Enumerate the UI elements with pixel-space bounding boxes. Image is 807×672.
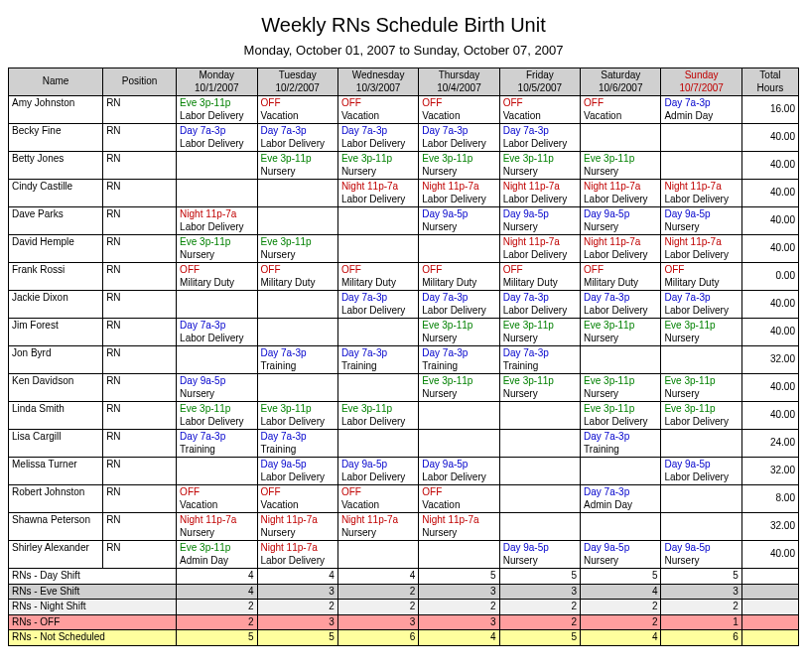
shift-area: Labor Delivery — [664, 471, 738, 484]
shift-time: Day 9a-5p — [503, 208, 577, 221]
shift-time: Eve 3p-11p — [584, 320, 657, 333]
cell-shift: OFFVacation — [257, 485, 337, 513]
cell-shift: Eve 3p-11pNursery — [257, 235, 337, 263]
cell-position: RN — [103, 235, 177, 263]
cell-shift — [337, 319, 418, 346]
shift-area: Nursery — [180, 388, 253, 401]
cell-shift: Day 7a-3pAdmin Day — [661, 96, 741, 124]
shift-time: OFF — [180, 486, 253, 499]
cell-total: 40.00 — [741, 124, 798, 152]
table-row: Dave ParksRNNight 11p-7aLabor DeliveryDa… — [9, 207, 799, 235]
cell-name: Linda Smith — [9, 402, 103, 430]
cell-name: Frank Rossi — [9, 263, 103, 291]
cell-name: Cindy Castille — [9, 180, 103, 207]
summary-row: RNs - Day Shift4445555 — [9, 569, 799, 585]
summary-value: 6 — [337, 630, 418, 646]
col-total: Total Hours — [741, 68, 798, 96]
summary-value: 4 — [257, 569, 337, 585]
cell-position: RN — [103, 96, 177, 124]
cell-position: RN — [103, 541, 177, 569]
shift-time: Night 11p-7a — [180, 208, 253, 221]
cell-shift: Day 9a-5pLabor Delivery — [337, 458, 418, 485]
cell-shift: Night 11p-7aLabor Delivery — [661, 180, 741, 207]
cell-shift: Night 11p-7aNursery — [337, 513, 418, 541]
col-position: Position — [103, 68, 177, 96]
shift-area: Labor Delivery — [584, 249, 657, 262]
shift-time: Eve 3p-11p — [180, 403, 253, 416]
col-fri: Friday10/5/2007 — [499, 68, 580, 96]
cell-position: RN — [103, 513, 177, 541]
shift-area: Military Duty — [503, 277, 577, 290]
table-row: Melissa TurnerRNDay 9a-5pLabor DeliveryD… — [9, 458, 799, 485]
shift-area: Military Duty — [664, 277, 738, 290]
table-row: Linda SmithRNEve 3p-11pLabor DeliveryEve… — [9, 402, 799, 430]
shift-area: Training — [261, 444, 335, 457]
shift-area: Vacation — [341, 499, 415, 512]
shift-area: Vacation — [422, 499, 495, 512]
summary-value: 4 — [177, 569, 257, 585]
shift-time: Eve 3p-11p — [180, 97, 253, 110]
table-row: Jim ForestRNDay 7a-3pLabor DeliveryEve 3… — [9, 319, 799, 346]
cell-total: 40.00 — [741, 207, 798, 235]
summary-value: 2 — [177, 600, 257, 615]
shift-area: Training — [261, 360, 335, 373]
shift-time: Eve 3p-11p — [664, 320, 738, 333]
cell-name: Amy Johnston — [9, 96, 103, 124]
shift-time: Day 9a-5p — [584, 542, 657, 555]
shift-area: Labor Delivery — [503, 138, 577, 151]
col-sat: Saturday10/6/2007 — [581, 68, 661, 96]
cell-shift — [177, 291, 257, 319]
cell-shift: Day 9a-5pLabor Delivery — [257, 458, 337, 485]
table-row: Shirley AlexanderRNEve 3p-11pAdmin DayNi… — [9, 541, 799, 569]
shift-time: Night 11p-7a — [664, 181, 738, 194]
summary-row: RNs - Eve Shift4323343 — [9, 584, 799, 600]
shift-area: Labor Delivery — [180, 110, 253, 123]
cell-shift: Day 7a-3pTraining — [337, 346, 418, 374]
shift-time: Eve 3p-11p — [261, 153, 335, 166]
shift-area: Nursery — [341, 527, 415, 540]
cell-shift: Night 11p-7aLabor Delivery — [499, 180, 580, 207]
cell-total: 32.00 — [741, 458, 798, 485]
cell-shift: Eve 3p-11pNursery — [499, 152, 580, 180]
shift-area: Nursery — [664, 221, 738, 234]
shift-area: Nursery — [503, 555, 577, 568]
summary-value: 2 — [337, 584, 418, 600]
shift-time: Night 11p-7a — [584, 181, 657, 194]
cell-shift: OFFMilitary Duty — [337, 263, 418, 291]
cell-shift: Eve 3p-11pNursery — [419, 319, 499, 346]
col-name: Name — [9, 68, 103, 96]
cell-shift: Day 9a-5pNursery — [177, 374, 257, 402]
shift-area: Vacation — [180, 499, 253, 512]
shift-area: Nursery — [584, 166, 657, 179]
shift-area: Nursery — [584, 221, 657, 234]
table-row: Robert JohnstonRNOFFVacationOFFVacationO… — [9, 485, 799, 513]
shift-time: OFF — [341, 97, 415, 110]
cell-shift: Day 7a-3pTraining — [177, 430, 257, 458]
shift-area: Admin Day — [180, 555, 253, 568]
shift-time: Day 7a-3p — [584, 431, 657, 444]
cell-total: 24.00 — [741, 430, 798, 458]
cell-shift — [581, 458, 661, 485]
shift-area: Admin Day — [584, 499, 657, 512]
cell-name: Jackie Dixon — [9, 291, 103, 319]
shift-area: Labor Delivery — [422, 471, 495, 484]
shift-time: Eve 3p-11p — [664, 375, 738, 388]
cell-name: Robert Johnston — [9, 485, 103, 513]
cell-shift: Day 9a-5pNursery — [661, 541, 741, 569]
shift-area: Military Duty — [422, 277, 495, 290]
cell-shift — [257, 207, 337, 235]
cell-total: 40.00 — [741, 402, 798, 430]
cell-shift: Day 7a-3pLabor Delivery — [177, 124, 257, 152]
shift-time: Day 7a-3p — [341, 347, 415, 360]
shift-time: Eve 3p-11p — [180, 542, 253, 555]
shift-area: Training — [503, 360, 577, 373]
shift-time: OFF — [422, 264, 495, 277]
shift-time: OFF — [503, 264, 577, 277]
cell-shift: Eve 3p-11pNursery — [419, 374, 499, 402]
summary-value: 4 — [581, 630, 661, 646]
summary-label: RNs - OFF — [9, 614, 177, 630]
shift-time: Night 11p-7a — [422, 514, 495, 527]
cell-shift: OFFMilitary Duty — [257, 263, 337, 291]
shift-time: Day 7a-3p — [584, 486, 657, 499]
cell-total: 40.00 — [741, 319, 798, 346]
